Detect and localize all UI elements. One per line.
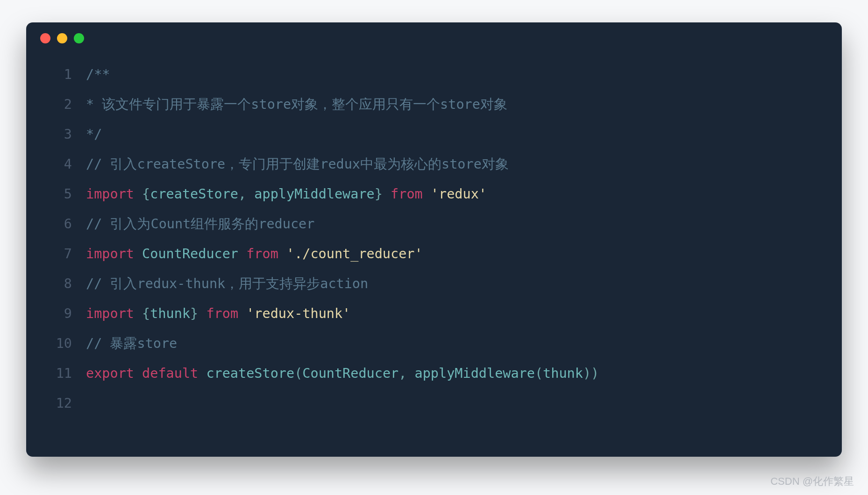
line-number: 10 [26,329,86,359]
code-content[interactable] [86,389,94,418]
code-line: 2* 该文件专门用于暴露一个store对象，整个应用只有一个store对象 [26,90,842,120]
token: ( [294,366,302,381]
code-area: 1/**2* 该文件专门用于暴露一个store对象，整个应用只有一个store对… [26,54,842,428]
token: CountReducer [302,366,398,381]
token: , [398,366,414,381]
token: export [86,366,142,381]
code-line: 8// 引入redux-thunk，用于支持异步action [26,269,842,299]
code-content[interactable]: /** [86,60,110,90]
code-content[interactable]: // 引入createStore，专门用于创建redux中最为核心的store对… [86,149,509,179]
code-window: 1/**2* 该文件专门用于暴露一个store对象，整个应用只有一个store对… [26,22,842,457]
line-number: 1 [26,60,86,90]
code-content[interactable]: */ [86,120,102,149]
token: CountReducer [142,246,238,262]
line-number: 12 [26,389,86,418]
line-number: 5 [26,179,86,209]
token: import [86,186,142,202]
token: applyMiddleware [415,366,535,381]
code-content[interactable]: // 引入为Count组件服务的reducer [86,209,314,239]
code-line: 5import {createStore, applyMiddleware} f… [26,179,842,209]
code-content[interactable]: // 引入redux-thunk，用于支持异步action [86,269,368,299]
code-content[interactable]: // 暴露store [86,329,177,359]
token: { [142,306,150,321]
line-number: 7 [26,239,86,269]
code-content[interactable]: import {thunk} from 'redux-thunk' [86,299,350,329]
watermark-text: CSDN @化作繁星 [770,474,854,488]
token: thunk [543,366,583,381]
code-content[interactable]: import {createStore, applyMiddleware} fr… [86,179,487,209]
token: createStore [150,186,238,202]
code-line: 3*/ [26,120,842,149]
token: createStore [206,366,294,381]
token: default [142,366,206,381]
token: from [238,246,286,262]
window-titlebar [26,22,842,54]
code-content[interactable]: import CountReducer from './count_reduce… [86,239,423,269]
token: // 引入createStore，专门用于创建redux中最为核心的store对… [86,156,509,172]
line-number: 8 [26,269,86,299]
line-number: 11 [26,359,86,389]
code-content[interactable]: export default createStore(CountReducer,… [86,359,599,389]
code-line: 9import {thunk} from 'redux-thunk' [26,299,842,329]
token: /** [86,67,110,82]
line-number: 6 [26,209,86,239]
token: from [198,306,246,321]
token: 'redux' [431,186,487,202]
line-number: 3 [26,120,86,149]
token: thunk [150,306,190,321]
code-line: 7import CountReducer from './count_reduc… [26,239,842,269]
code-line: 1/** [26,60,842,90]
token: // 暴露store [86,336,177,351]
minimize-icon[interactable] [57,33,67,43]
token: // 引入redux-thunk，用于支持异步action [86,276,368,291]
token: * 该文件专门用于暴露一个store对象，整个应用只有一个store对象 [86,97,507,112]
token: 'redux-thunk' [246,306,350,321]
line-number: 9 [26,299,86,329]
token: import [86,306,142,321]
token: // 引入为Count组件服务的reducer [86,216,314,232]
token: } [190,306,198,321]
code-content[interactable]: * 该文件专门用于暴露一个store对象，整个应用只有一个store对象 [86,90,507,120]
token: , [238,186,254,202]
code-line: 10// 暴露store [26,329,842,359]
code-line: 12 [26,389,842,418]
token: )) [583,366,599,381]
zoom-icon[interactable] [74,33,84,43]
close-icon[interactable] [40,33,50,43]
token: './count_reducer' [286,246,423,262]
token: import [86,246,142,262]
token: applyMiddleware [254,186,374,202]
token: ( [535,366,543,381]
code-line: 4// 引入createStore，专门用于创建redux中最为核心的store… [26,149,842,179]
token: { [142,186,150,202]
code-line: 6// 引入为Count组件服务的reducer [26,209,842,239]
code-line: 11export default createStore(CountReduce… [26,359,842,389]
token: */ [86,127,102,142]
line-number: 2 [26,90,86,120]
token: from [383,186,431,202]
line-number: 4 [26,149,86,179]
token: } [375,186,383,202]
